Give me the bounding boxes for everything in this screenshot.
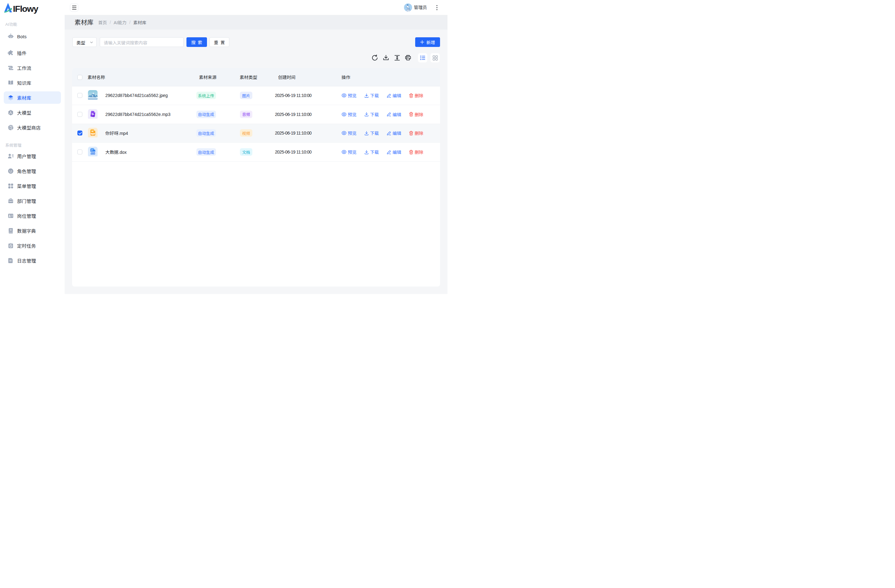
svg-text:IFlowy: IFlowy bbox=[13, 4, 38, 14]
svg-text:mp4: mp4 bbox=[91, 133, 95, 135]
svg-text:DOC: DOC bbox=[91, 152, 95, 153]
